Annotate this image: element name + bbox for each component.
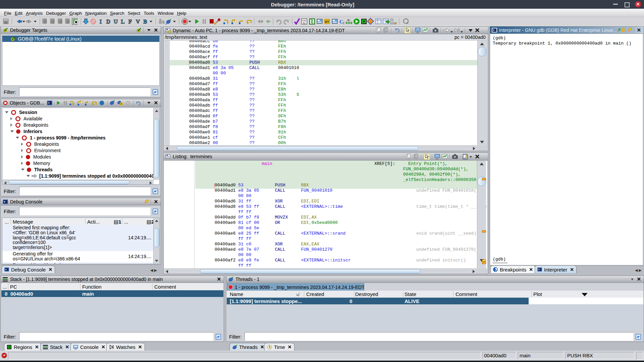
svg-text:D: D [106,18,110,25]
svg-text:F: F [128,18,132,25]
svg-text:DT: DT [325,20,329,23]
svg-text:C: C [339,19,343,24]
svg-text:U: U [114,18,118,25]
svg-text:L: L [121,18,124,25]
svg-text:I: I [100,18,102,25]
svg-text:f: f [343,21,344,25]
svg-text:01: 01 [303,22,306,24]
svg-text:B: B [143,18,147,25]
svg-text:V: V [136,18,140,25]
